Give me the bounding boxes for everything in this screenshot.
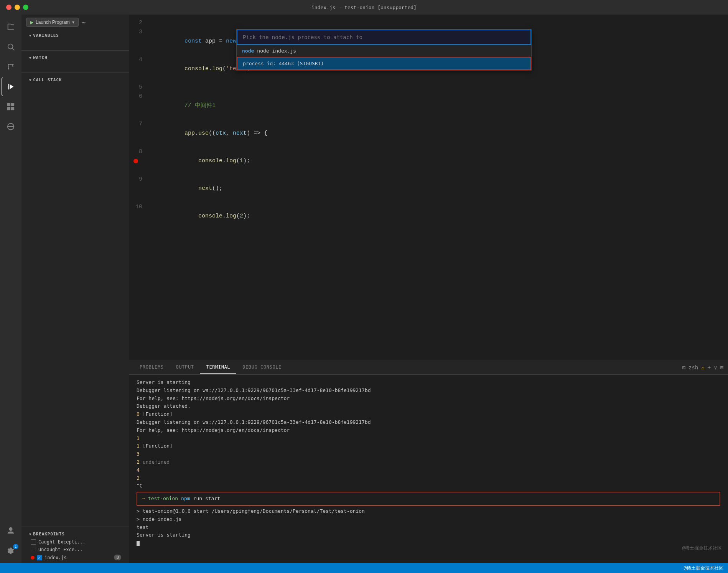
call-stack-section: ▼ CALL STACK [21,74,129,93]
node-cmd: node index.js [257,48,296,54]
process-search-input[interactable] [237,30,531,45]
launch-program-button[interactable]: ▶ Launch Program ▾ [26,18,79,27]
tab-output[interactable]: OUTPUT [170,361,200,374]
variables-content [21,40,129,47]
terminal-cursor-line [137,539,720,547]
line-number: 7 [129,120,150,147]
breakpoint-indexjs[interactable]: ✓ index.js 8 [21,553,129,561]
prompt-project: test-onion [148,495,178,503]
chevron-icon: ▼ [29,78,31,82]
line-content: console.log(2); [150,203,728,230]
tab-debug-console[interactable]: DEBUG CONSOLE [236,361,288,374]
breakpoint-dot [31,556,35,560]
variables-label: VARIABLES [33,33,59,38]
uncaught-checkbox[interactable] [31,547,36,552]
chevron-down-icon[interactable]: ∨ [714,364,717,370]
indexjs-count: 8 [114,555,121,560]
settings-icon[interactable]: 1 [2,542,20,560]
window-controls[interactable] [6,5,28,10]
svg-rect-6 [7,103,10,106]
line-content: // 中间件1 [150,92,728,120]
indexjs-label: index.js [44,555,67,560]
svg-point-2 [8,64,10,66]
debug-toolbar[interactable]: ▶ Launch Program ▾ ⋯ [21,15,129,30]
terminal-line: 1 [Function] [137,442,720,450]
code-line-8: 8 console.log(1); [129,147,728,175]
watermark: @稀土掘金技术社区 [682,545,722,552]
terminal-line: test [137,524,720,532]
svg-point-4 [8,68,10,70]
line-content: app.use((ctx, next) => { [150,120,728,147]
account-icon[interactable] [2,522,20,540]
window-title: index.js — test-onion [Unsupported] [311,5,417,10]
warning-icon: ⚠ [701,364,704,370]
call-stack-label: CALL STACK [33,77,62,82]
breakpoints-content: Caught Excepti... Uncaught Exce... ✓ ind… [21,538,129,561]
more-options-icon[interactable]: ⋯ [82,18,86,26]
line-number: 2 [129,18,150,28]
code-line-7: 7 app.use((ctx, next) => { [129,120,728,147]
source-control-icon[interactable] [2,58,20,76]
breakpoint-uncaught[interactable]: Uncaught Exce... [21,546,129,553]
maximize-button[interactable] [23,5,28,10]
terminal-line: > test-onion@1.0.0 start /Users/gpingfen… [137,507,720,515]
process-text: process id: 44463 (SIGUSR1) [243,61,324,66]
split-terminal-icon[interactable]: ⊟ [720,364,723,370]
remote-icon[interactable] [2,117,20,136]
caught-checkbox[interactable] [31,539,36,545]
status-watermark: @稀土掘金技术社区 [684,565,723,571]
breakpoint-indicator [133,159,138,163]
minimize-button[interactable] [15,5,20,10]
breakpoints-header[interactable]: ▼ BREAKPOINTS [21,530,129,538]
extensions-icon[interactable] [2,97,20,116]
terminal-line: Server is starting [137,531,720,539]
line-number: 5 [129,83,150,92]
terminal-icon[interactable]: ⊡ [682,364,685,370]
svg-rect-7 [11,103,14,106]
terminal-line: 3 [137,450,720,458]
settings-badge: 1 [13,544,18,549]
editor-panel: node node index.js process id: 44463 (SI… [129,15,728,563]
chevron-icon: ▼ [29,56,31,60]
line-number: 6 [129,92,150,120]
launch-label: Launch Program [36,20,70,25]
line-content [150,18,728,28]
terminal-content[interactable]: Server is starting Debugger listening on… [129,375,728,563]
code-line-9: 9 next(); [129,175,728,203]
dropdown-node-item[interactable]: node node index.js [237,45,531,57]
indexjs-checkbox[interactable]: ✓ [37,555,42,560]
svg-line-1 [12,48,14,50]
watch-label: WATCH [33,55,48,60]
line-content: next(); [150,175,728,203]
debug-run-icon[interactable] [2,77,20,96]
breakpoints-label: BREAKPOINTS [33,532,65,537]
breakpoint-caught[interactable]: Caught Excepti... [21,538,129,546]
tab-problems[interactable]: PROBLEMS [133,361,170,374]
process-picker-dropdown[interactable]: node node index.js process id: 44463 (SI… [150,29,728,71]
terminal-line: ^C [137,482,720,490]
terminal-line: Debugger attached. [137,402,720,410]
terminal-line: For help, see: https://nodejs.org/en/doc… [137,395,720,403]
breakpoints-section: ▼ BREAKPOINTS Caught Excepti... Uncaught… [21,529,129,563]
files-icon[interactable] [2,18,20,36]
watch-header[interactable]: ▼ WATCH [21,54,129,62]
add-terminal-icon[interactable]: + [708,364,711,370]
variables-header[interactable]: ▼ VARIABLES [21,31,129,40]
terminal-line: 0 [Function] [137,410,720,418]
line-number: 9 [129,175,150,203]
status-bar: @稀土掘金技术社区 [0,563,728,573]
search-icon[interactable] [2,38,20,56]
terminal-line: > node index.js [137,515,720,524]
dropdown-process-item[interactable]: process id: 44463 (SIGUSR1) [237,57,531,70]
node-keyword: node [242,48,254,54]
line-number: 3 [129,28,150,55]
code-line-5: 5 [129,83,728,92]
call-stack-header[interactable]: ▼ CALL STACK [21,76,129,84]
bottom-panel: PROBLEMS OUTPUT TERMINAL DEBUG CONSOLE ⊡… [129,360,728,563]
terminal-prompt[interactable]: → test-onion npm run start [137,492,720,506]
variables-section: ▼ VARIABLES [21,30,129,49]
tab-terminal[interactable]: TERMINAL [200,361,237,374]
activity-bar: 1 [0,15,21,563]
close-button[interactable] [6,5,12,10]
code-line-2: 2 [129,18,728,28]
